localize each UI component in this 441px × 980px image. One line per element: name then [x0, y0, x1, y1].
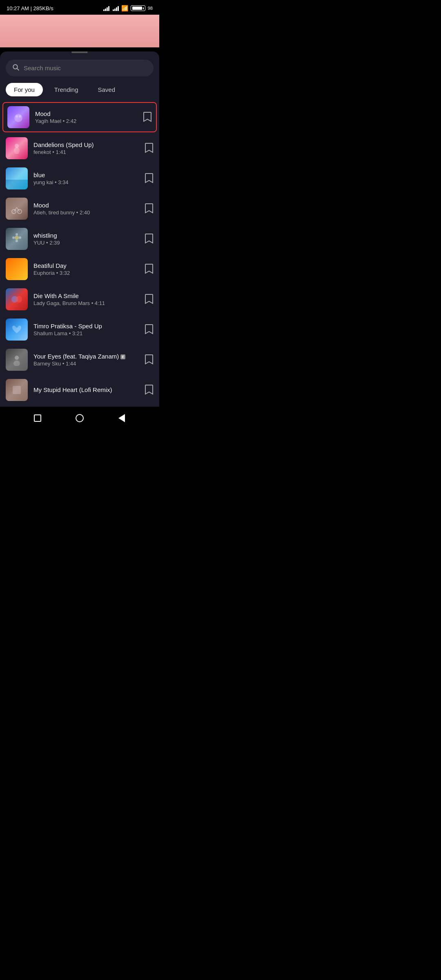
song-item[interactable]: MoodAtieh, tired bunny • 2:40 — [0, 194, 159, 224]
svg-point-17 — [19, 236, 21, 239]
song-artwork — [6, 167, 28, 189]
nav-bar — [0, 407, 159, 430]
song-item[interactable]: blueyung kai • 3:34 — [0, 163, 159, 194]
battery-percent: 98 — [148, 6, 153, 11]
song-title: Die With A Smile — [33, 292, 139, 299]
svg-point-21 — [13, 361, 20, 366]
tab-trending[interactable]: Trending — [46, 83, 87, 96]
song-title: Mood — [35, 110, 137, 117]
song-info: Die With A SmileLady Gaga, Bruno Mars • … — [33, 292, 139, 306]
svg-rect-8 — [6, 167, 28, 180]
song-info: Timro Pratiksa - Sped UpShallum Lama • 3… — [33, 323, 139, 336]
song-title: blue — [33, 172, 139, 178]
song-item[interactable]: My Stupid Heart (Lofi Remix) — [0, 375, 159, 405]
bookmark-icon[interactable] — [145, 173, 154, 185]
song-artwork — [6, 198, 28, 220]
svg-line-1 — [17, 69, 19, 70]
song-meta: fenekot • 1:41 — [33, 149, 139, 155]
search-placeholder: Search music — [24, 65, 61, 71]
song-artwork — [6, 288, 28, 310]
battery-fill — [132, 7, 142, 10]
song-title: My Stupid Heart (Lofi Remix) — [33, 386, 139, 393]
battery-indicator — [131, 5, 145, 11]
svg-point-4 — [19, 115, 21, 118]
signal-bars-1 — [103, 5, 109, 11]
nav-recents-button[interactable] — [30, 411, 45, 425]
song-title: Beatiful Day — [33, 262, 139, 269]
bottom-sheet: Search music For you Trending Saved Mood… — [0, 51, 159, 407]
status-time: 10:27 AM | 285KB/s — [7, 5, 53, 11]
song-meta: yung kai • 3:34 — [33, 179, 139, 185]
svg-point-16 — [12, 236, 15, 239]
song-info: MoodAtieh, tired bunny • 2:40 — [33, 202, 139, 216]
bookmark-icon[interactable] — [145, 203, 154, 215]
search-icon — [12, 64, 20, 72]
recents-icon — [34, 414, 41, 422]
nav-home-button[interactable] — [72, 411, 87, 425]
top-banner — [0, 15, 159, 47]
song-info: Beatiful DayEuphoria • 3:32 — [33, 262, 139, 276]
song-item[interactable]: whistlingYUU • 2:39 — [0, 224, 159, 254]
song-meta: Atieh, tired bunny • 2:40 — [33, 209, 139, 216]
nav-back-button[interactable] — [114, 411, 129, 425]
song-item[interactable]: Beatiful DayEuphoria • 3:32 — [0, 254, 159, 284]
back-icon — [118, 414, 125, 422]
svg-point-13 — [15, 236, 19, 240]
song-artwork — [6, 258, 28, 280]
status-icons: 📶 98 — [103, 5, 153, 11]
song-title: Mood — [33, 202, 139, 209]
song-item[interactable]: Die With A SmileLady Gaga, Bruno Mars • … — [0, 284, 159, 314]
bookmark-icon[interactable] — [143, 111, 152, 123]
song-artwork — [6, 349, 28, 371]
song-artwork — [6, 137, 28, 159]
svg-point-20 — [15, 356, 19, 360]
svg-point-6 — [14, 147, 20, 154]
song-meta: Lady Gaga, Bruno Mars • 4:11 — [33, 300, 139, 306]
song-info: blueyung kai • 3:34 — [33, 172, 139, 185]
song-title: whistling — [33, 232, 139, 239]
wifi-icon: 📶 — [121, 5, 128, 11]
bookmark-icon[interactable] — [145, 324, 154, 336]
search-bar[interactable]: Search music — [6, 60, 154, 76]
song-meta: YUU • 2:39 — [33, 240, 139, 246]
song-list: MoodYagih Mael • 2:42Dandelions (Sped Up… — [0, 100, 159, 407]
song-meta: Barney Sku • 1:44 — [33, 361, 139, 367]
song-artwork — [6, 318, 28, 341]
song-title: Your Eyes (feat. Taqiya Zanam)E — [33, 353, 139, 360]
svg-point-19 — [16, 296, 22, 303]
song-title: Timro Pratiksa - Sped Up — [33, 323, 139, 330]
home-icon — [76, 414, 84, 422]
song-artwork — [6, 379, 28, 401]
song-item[interactable]: MoodYagih Mael • 2:42 — [2, 102, 157, 132]
svg-point-3 — [16, 115, 18, 118]
drag-handle[interactable] — [71, 51, 88, 53]
svg-point-14 — [16, 233, 18, 236]
svg-point-15 — [16, 240, 18, 242]
song-item[interactable]: Dandelions (Sped Up)fenekot • 1:41 — [0, 133, 159, 163]
song-meta: Euphoria • 3:32 — [33, 270, 139, 276]
song-meta: Shallum Lama • 3:21 — [33, 330, 139, 336]
svg-point-2 — [14, 114, 22, 122]
signal-bars-2 — [113, 5, 119, 11]
song-item[interactable]: Your Eyes (feat. Taqiya Zanam)EBarney Sk… — [0, 345, 159, 375]
svg-rect-22 — [13, 386, 21, 394]
song-info: Your Eyes (feat. Taqiya Zanam)EBarney Sk… — [33, 353, 139, 367]
song-item[interactable]: Timro Pratiksa - Sped UpShallum Lama • 3… — [0, 314, 159, 345]
song-artwork — [7, 106, 29, 128]
song-info: MoodYagih Mael • 2:42 — [35, 110, 137, 124]
status-bar: 10:27 AM | 285KB/s 📶 98 — [0, 0, 159, 15]
song-artwork — [6, 228, 28, 250]
bookmark-icon[interactable] — [145, 294, 154, 305]
explicit-badge: E — [120, 354, 125, 359]
song-info: My Stupid Heart (Lofi Remix) — [33, 386, 139, 394]
tab-saved[interactable]: Saved — [90, 83, 124, 96]
bookmark-icon[interactable] — [145, 143, 154, 154]
bookmark-icon[interactable] — [145, 384, 154, 396]
tab-for-you[interactable]: For you — [6, 83, 43, 96]
bookmark-icon[interactable] — [145, 354, 154, 366]
svg-rect-7 — [6, 180, 28, 189]
song-info: whistlingYUU • 2:39 — [33, 232, 139, 246]
song-meta: Yagih Mael • 2:42 — [35, 118, 137, 124]
bookmark-icon[interactable] — [145, 263, 154, 275]
bookmark-icon[interactable] — [145, 233, 154, 245]
